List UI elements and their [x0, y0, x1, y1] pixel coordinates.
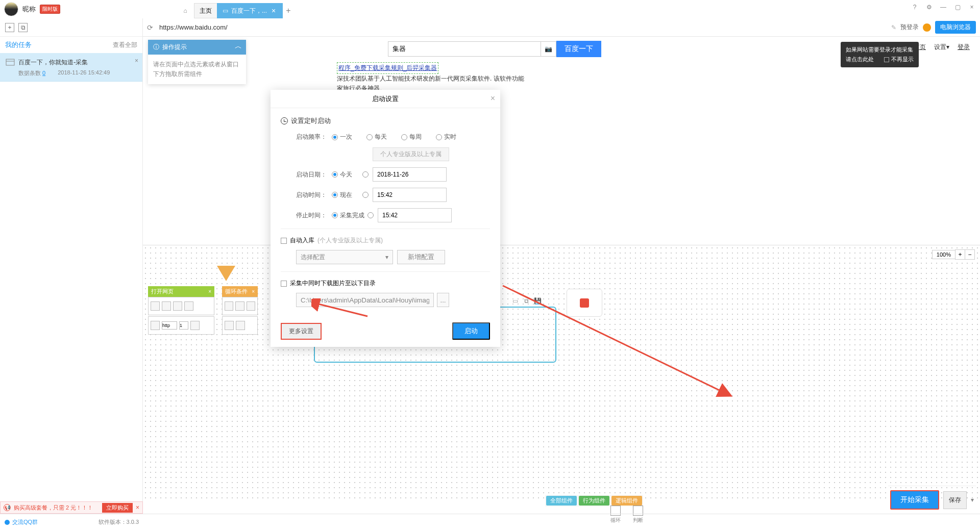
- mini-icon[interactable]: [225, 301, 233, 311]
- task-icon: [5, 57, 15, 67]
- mini-icon[interactable]: [247, 301, 255, 311]
- viewall-link[interactable]: 查看全部: [113, 41, 137, 49]
- stoptime-done[interactable]: 采集完成: [332, 211, 364, 220]
- collapse-icon[interactable]: ︿: [235, 42, 242, 51]
- freq-daily[interactable]: 每天: [366, 133, 387, 141]
- funnel-icon: [217, 266, 235, 281]
- home-icon[interactable]: ⌂: [177, 3, 194, 18]
- reload-icon[interactable]: ⟳: [147, 23, 153, 32]
- tab-action-components[interactable]: 行为组件: [579, 496, 609, 506]
- search-input[interactable]: [388, 41, 541, 57]
- mini-icon[interactable]: [151, 301, 160, 311]
- autodb-note: (个人专业版及以上专属): [317, 236, 383, 245]
- start-button[interactable]: 启动: [452, 322, 490, 340]
- browse-button[interactable]: ...: [437, 293, 449, 307]
- radio-icon: [401, 134, 407, 140]
- node-open-page[interactable]: 打开网页×: [148, 286, 214, 335]
- freq-realtime[interactable]: 实时: [436, 133, 456, 141]
- modal-close-icon[interactable]: ×: [491, 94, 495, 103]
- new-task-icon[interactable]: +: [5, 23, 14, 32]
- date-custom-radio[interactable]: [362, 171, 369, 178]
- mini-icon[interactable]: [173, 301, 182, 311]
- copy-icon[interactable]: ⧉: [522, 296, 531, 306]
- camera-icon[interactable]: 📷: [541, 41, 556, 57]
- help-icon[interactable]: ?: [911, 3, 919, 11]
- config-select[interactable]: 选择配置 ▾: [296, 250, 393, 264]
- page-icon[interactable]: ▭: [510, 296, 520, 306]
- save-icon[interactable]: 💾: [533, 296, 542, 306]
- task-close-icon[interactable]: ×: [135, 57, 138, 64]
- mini-icon[interactable]: [235, 301, 244, 311]
- node-loop[interactable]: 循环条件×: [222, 286, 258, 335]
- download-img-row[interactable]: 采集中同时下载图片至以下目录: [281, 279, 490, 288]
- browser-button[interactable]: 电脑浏览器: [935, 21, 976, 34]
- noshow-checkbox[interactable]: [884, 57, 889, 62]
- mini-icon[interactable]: [162, 301, 171, 311]
- num-input[interactable]: [179, 321, 188, 330]
- search-button[interactable]: 百度一下: [556, 41, 601, 57]
- svg-point-4: [5, 520, 10, 525]
- date-today[interactable]: 今天: [332, 170, 352, 179]
- count-value[interactable]: 0: [42, 70, 45, 76]
- task-item[interactable]: 百度一下，你就知道-采集 数据条数 0 2018-11-26 15:42:49 …: [0, 53, 142, 82]
- maximize-icon[interactable]: ▢: [953, 3, 962, 11]
- gear-icon[interactable]: ⚙: [925, 3, 933, 11]
- mini-icon[interactable]: [190, 321, 200, 330]
- start-collect-button[interactable]: 开始采集: [890, 490, 939, 510]
- edit-icon[interactable]: [151, 321, 160, 330]
- node-close-icon[interactable]: ×: [208, 289, 211, 294]
- nav-settings[interactable]: 设置▾: [934, 43, 949, 52]
- task-title-text: 百度一下，你就知道-采集: [18, 58, 88, 67]
- date-input[interactable]: [373, 167, 447, 182]
- qq-icon: [4, 519, 10, 525]
- edit-icon[interactable]: ✎: [891, 24, 896, 31]
- close-icon[interactable]: ×: [270, 7, 277, 14]
- autodb-row[interactable]: 自动入库 (个人专业版及以上专属): [281, 236, 490, 245]
- freq-weekly[interactable]: 每周: [401, 133, 422, 141]
- starttime-input[interactable]: [373, 188, 447, 202]
- stoptime-custom-radio[interactable]: [368, 212, 374, 218]
- starttime-custom-radio[interactable]: [362, 192, 369, 198]
- avatar[interactable]: [4, 2, 18, 16]
- autodb-checkbox[interactable]: [281, 238, 287, 244]
- starttime-now[interactable]: 现在: [332, 191, 352, 199]
- freq-label: 启动频率：: [296, 133, 332, 141]
- stoptime-input[interactable]: [378, 208, 452, 222]
- tab-home[interactable]: 主页: [194, 3, 217, 18]
- chevron-down-icon: ▾: [385, 254, 388, 261]
- qq-group-link[interactable]: 交流QQ群: [0, 518, 38, 526]
- tip-title: 操作提示: [162, 43, 187, 52]
- more-settings-button[interactable]: 更多设置: [281, 323, 322, 340]
- add-config-button[interactable]: 新增配置: [397, 250, 445, 264]
- starttime-label: 启动时间：: [296, 191, 332, 199]
- mini-icon[interactable]: [236, 321, 245, 330]
- result-link[interactable]: 程序_免费下载采集规则_后羿采集器: [337, 62, 438, 74]
- zoom-out-button[interactable]: −: [965, 249, 975, 260]
- prelogin-button[interactable]: 预登录: [900, 23, 919, 32]
- buy-button[interactable]: 立即购买: [102, 503, 133, 513]
- radio-icon: [366, 134, 373, 140]
- mini-icon[interactable]: [225, 321, 234, 330]
- tab-add-button[interactable]: +: [282, 3, 295, 18]
- save-button[interactable]: 保存: [943, 491, 967, 509]
- mini-icon[interactable]: [184, 301, 193, 311]
- status-dot-icon[interactable]: [923, 23, 931, 32]
- promo-close-icon[interactable]: ×: [136, 504, 139, 511]
- nav-login[interactable]: 登录: [958, 43, 970, 52]
- freq-once[interactable]: 一次: [332, 133, 352, 141]
- tab-baidu[interactable]: ▭ 百度一下，... ×: [217, 3, 283, 18]
- url-input[interactable]: [157, 21, 887, 33]
- folder-icon[interactable]: ⧉: [18, 23, 28, 32]
- chevron-down-icon[interactable]: ▾: [971, 496, 974, 503]
- minimize-icon[interactable]: —: [939, 3, 947, 11]
- http-input[interactable]: [162, 321, 177, 330]
- stop-button[interactable]: [567, 289, 602, 317]
- image-path-input[interactable]: [296, 293, 434, 307]
- tab-logic-components[interactable]: 逻辑组件: [611, 496, 642, 506]
- workflow-canvas[interactable]: 100% + − 打开网页× 循环条件× ▭: [143, 245, 980, 499]
- download-img-checkbox[interactable]: [281, 281, 287, 287]
- tab-all-components[interactable]: 全部组件: [546, 496, 577, 506]
- close-icon[interactable]: ×: [968, 3, 976, 11]
- zoom-in-button[interactable]: +: [955, 249, 965, 260]
- node-close-icon[interactable]: ×: [252, 289, 255, 294]
